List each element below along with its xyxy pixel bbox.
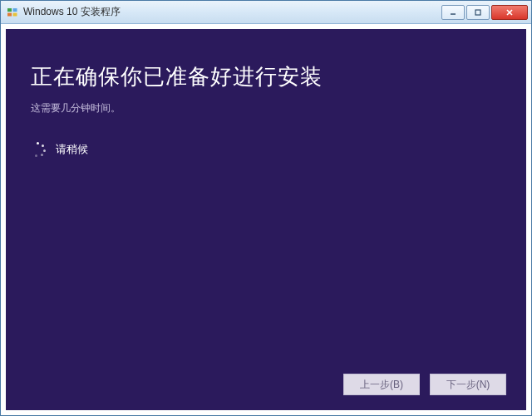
window-controls: [441, 5, 528, 20]
spinner-icon: [31, 142, 46, 157]
back-button[interactable]: 上一步(B): [343, 374, 420, 395]
footer-buttons: 上一步(B) 下一步(N): [343, 374, 506, 395]
wait-row: 请稍候: [31, 142, 501, 157]
installer-panel: 正在确保你已准备好进行安装 这需要几分钟时间。 请稍候 上一步(B) 下一步(N…: [6, 29, 526, 410]
page-subtext: 这需要几分钟时间。: [31, 101, 501, 115]
app-icon: [6, 6, 19, 19]
svg-rect-3: [13, 12, 17, 16]
titlebar[interactable]: Windows 10 安装程序: [1, 1, 531, 24]
maximize-button[interactable]: [466, 5, 490, 20]
svg-rect-1: [13, 8, 17, 12]
window-title: Windows 10 安装程序: [23, 5, 441, 19]
wait-label: 请稍候: [56, 142, 88, 157]
next-button[interactable]: 下一步(N): [430, 374, 506, 395]
svg-rect-5: [475, 10, 480, 15]
content-frame: 正在确保你已准备好进行安装 这需要几分钟时间。 请稍候 上一步(B) 下一步(N…: [1, 24, 531, 415]
installer-window: Windows 10 安装程序 正在确保你已准备好进行安装 这需要几分钟时间。 …: [0, 0, 532, 416]
page-heading: 正在确保你已准备好进行安装: [31, 62, 501, 91]
minimize-button[interactable]: [441, 5, 465, 20]
close-button[interactable]: [491, 5, 528, 20]
svg-rect-2: [7, 12, 12, 16]
svg-rect-0: [7, 8, 12, 12]
